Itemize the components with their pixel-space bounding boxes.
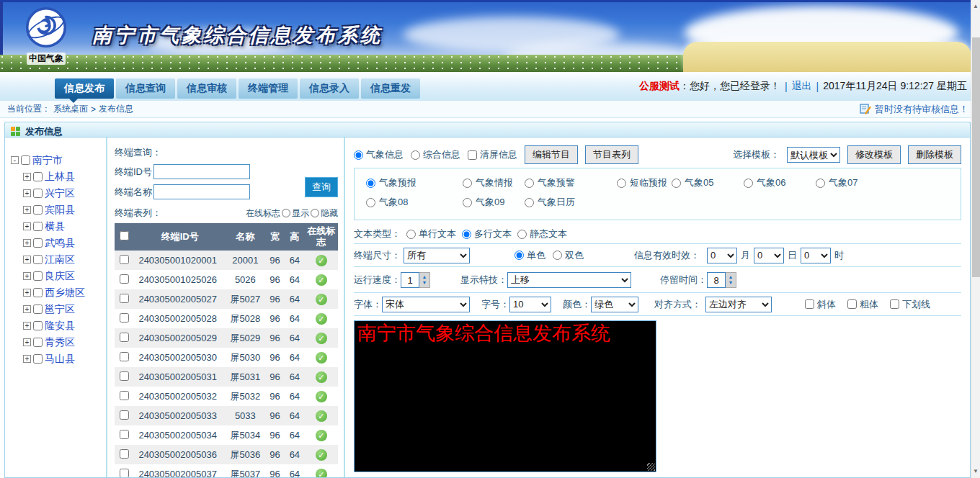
- effect-select[interactable]: 上移: [507, 272, 631, 288]
- tree-item[interactable]: +上林县: [23, 168, 104, 185]
- terminal-size-select[interactable]: 所有: [404, 248, 470, 263]
- expand-icon[interactable]: +: [23, 322, 31, 330]
- tree-checkbox[interactable]: [33, 189, 43, 198]
- static-text-radio[interactable]: [517, 230, 527, 239]
- category-option[interactable]: 气象情报: [463, 176, 525, 189]
- modify-template-button[interactable]: 修改模板: [847, 145, 901, 164]
- tree-item[interactable]: +横县: [23, 218, 104, 235]
- align-select[interactable]: 左边对齐: [705, 297, 772, 312]
- text-style-option[interactable]: 下划线: [890, 298, 930, 311]
- mono-color-radio[interactable]: [514, 251, 524, 260]
- scroll-up-icon[interactable]: ▲: [971, 3, 980, 9]
- color-select[interactable]: 绿色: [591, 297, 638, 312]
- terminal-name-input[interactable]: [153, 184, 250, 199]
- single-line-option[interactable]: 单行文本: [406, 227, 456, 240]
- logout-link[interactable]: 退出: [792, 80, 812, 93]
- expand-icon[interactable]: +: [23, 206, 31, 214]
- row-checkbox[interactable]: [120, 255, 129, 264]
- expand-icon[interactable]: +: [23, 256, 31, 263]
- category-option[interactable]: 气象09: [463, 196, 525, 209]
- terminal-id-input[interactable]: [153, 164, 250, 179]
- nav-tab-5[interactable]: 信息录入: [300, 78, 359, 99]
- run-speed-value[interactable]: 1: [401, 272, 419, 288]
- expand-icon[interactable]: +: [23, 355, 31, 363]
- weather-info-option[interactable]: 气象信息: [354, 148, 404, 161]
- clear-screen-option[interactable]: 清屏信息: [468, 148, 517, 161]
- row-checkbox[interactable]: [120, 430, 129, 439]
- font-select[interactable]: 宋体: [382, 297, 470, 312]
- category-radio[interactable]: [366, 179, 375, 188]
- single-line-radio[interactable]: [406, 230, 416, 239]
- row-checkbox[interactable]: [120, 410, 129, 420]
- validity-select[interactable]: 0: [707, 248, 737, 263]
- text-style-checkbox[interactable]: [805, 299, 814, 309]
- expand-icon[interactable]: +: [23, 289, 31, 297]
- expand-icon[interactable]: +: [23, 239, 31, 247]
- tree-checkbox[interactable]: [33, 354, 43, 364]
- query-button[interactable]: 查询: [305, 177, 338, 197]
- category-radio[interactable]: [816, 179, 825, 188]
- category-radio[interactable]: [672, 179, 681, 188]
- row-checkbox[interactable]: [120, 391, 129, 400]
- category-option[interactable]: 气象06: [744, 176, 816, 189]
- tree-checkbox[interactable]: [33, 271, 43, 281]
- tree-checkbox[interactable]: [33, 222, 43, 231]
- nav-tab-3[interactable]: 信息审核: [177, 78, 236, 99]
- collapse-icon[interactable]: -: [11, 156, 19, 164]
- nav-tab-4[interactable]: 终端管理: [239, 78, 298, 99]
- tree-item[interactable]: +宾阳县: [23, 202, 104, 218]
- tree-item[interactable]: +兴宁区: [23, 185, 104, 202]
- nav-tab-2[interactable]: 信息查询: [116, 78, 175, 99]
- category-radio[interactable]: [366, 198, 375, 207]
- edit-program-button[interactable]: 编辑节目: [525, 145, 578, 164]
- tree-root-checkbox[interactable]: [21, 155, 30, 165]
- nav-tab-6[interactable]: 信息重发: [361, 78, 420, 99]
- category-option[interactable]: 气象预警: [525, 176, 617, 189]
- category-option[interactable]: 短临预报: [617, 176, 672, 189]
- row-checkbox[interactable]: [120, 333, 129, 342]
- text-style-checkbox[interactable]: [847, 299, 857, 309]
- hide-online-radio[interactable]: [311, 209, 319, 217]
- tree-item[interactable]: +良庆区: [23, 268, 104, 284]
- scroll-down-icon[interactable]: ▼: [971, 468, 980, 474]
- row-checkbox[interactable]: [120, 469, 129, 478]
- validity-select[interactable]: 0: [754, 248, 784, 263]
- row-checkbox[interactable]: [120, 274, 129, 284]
- mono-color-option[interactable]: 单色: [514, 249, 545, 262]
- category-radio[interactable]: [463, 179, 472, 188]
- expand-icon[interactable]: +: [23, 338, 31, 346]
- program-list-button[interactable]: 节目表列: [585, 145, 638, 164]
- select-all-checkbox[interactable]: [120, 231, 129, 240]
- row-checkbox[interactable]: [120, 294, 129, 303]
- tree-item[interactable]: +江南区: [23, 251, 104, 268]
- general-info-radio[interactable]: [411, 150, 420, 160]
- show-online-radio[interactable]: [282, 209, 290, 217]
- run-speed-spinner[interactable]: 1 ▲▼: [401, 272, 430, 288]
- category-radio[interactable]: [525, 198, 534, 207]
- spinner-arrows-icon[interactable]: ▲▼: [419, 272, 430, 288]
- category-radio[interactable]: [463, 198, 472, 207]
- category-option[interactable]: 气象05: [672, 176, 744, 189]
- multi-line-option[interactable]: 多行文本: [462, 227, 512, 240]
- tree-item[interactable]: +青秀区: [23, 334, 104, 351]
- expand-icon[interactable]: +: [23, 173, 31, 181]
- category-option[interactable]: 气象08: [366, 196, 463, 209]
- resize-handle[interactable]: [647, 463, 655, 471]
- general-info-option[interactable]: 综合信息: [411, 148, 460, 161]
- tree-item[interactable]: +武鸣县: [23, 235, 104, 251]
- expand-icon[interactable]: +: [23, 305, 31, 313]
- row-checkbox[interactable]: [120, 371, 129, 381]
- expand-icon[interactable]: +: [23, 272, 31, 280]
- clear-screen-checkbox[interactable]: [468, 150, 477, 160]
- tree-checkbox[interactable]: [33, 288, 43, 297]
- tree-checkbox[interactable]: [33, 338, 43, 347]
- tree-checkbox[interactable]: [33, 172, 43, 181]
- scrollbar-thumb[interactable]: [972, 37, 980, 277]
- tree-item[interactable]: +西乡塘区: [23, 284, 104, 301]
- tree-checkbox[interactable]: [33, 321, 43, 330]
- dual-color-option[interactable]: 双色: [553, 249, 584, 262]
- stay-time-spinner[interactable]: 8 ▲▼: [707, 272, 736, 288]
- template-select[interactable]: 默认模板: [787, 147, 840, 163]
- validity-select[interactable]: 0: [801, 248, 831, 263]
- row-checkbox[interactable]: [120, 449, 129, 459]
